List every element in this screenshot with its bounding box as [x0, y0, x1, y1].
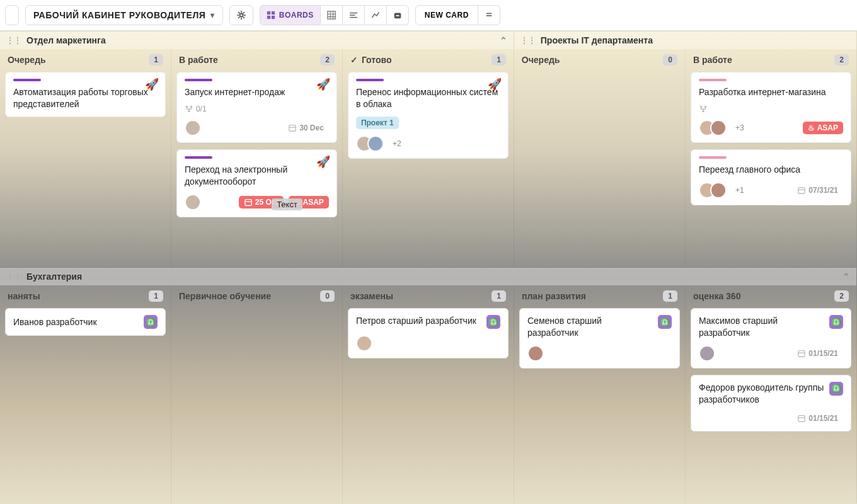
card-stripe: [699, 156, 727, 159]
branch-icon: [185, 105, 193, 113]
avatar-stack[interactable]: [699, 182, 727, 198]
card[interactable]: Иванов разработчик ♎: [5, 308, 166, 336]
card-title: Федоров руководитель группы разработчико…: [699, 382, 824, 406]
card-stripe: [185, 156, 212, 159]
lane-header[interactable]: ⋮⋮ Проекты IT департамента: [514, 32, 856, 49]
column-count: 1: [149, 54, 163, 66]
drag-handle-icon[interactable]: ⋮⋮: [521, 36, 536, 45]
rocket-icon: 🚀: [488, 77, 502, 91]
column-title: Готово: [362, 55, 392, 65]
more-avatars: +1: [735, 186, 744, 195]
column-count: 0: [320, 290, 335, 302]
view-list[interactable]: [343, 5, 365, 25]
tag[interactable]: Проект 1: [356, 117, 399, 129]
column-count: 1: [492, 290, 506, 302]
card-title: Переезд главного офиса: [699, 164, 843, 176]
avatar[interactable]: [527, 345, 544, 362]
column-count: 2: [834, 290, 849, 302]
new-card-button[interactable]: NEW CARD: [415, 5, 478, 25]
chart-icon: [371, 11, 380, 20]
svg-rect-16: [798, 350, 805, 357]
view-archive[interactable]: [387, 5, 409, 25]
lane-header[interactable]: ⋮⋮ Отдел маркетинга ⌃: [0, 32, 514, 49]
more-avatars: +3: [735, 123, 744, 132]
lane-marketing: ⋮⋮ Отдел маркетинга ⌃ Очередь 1 🚀 Автома…: [0, 32, 514, 267]
calendar-icon: [244, 198, 253, 207]
svg-rect-15: [798, 187, 805, 193]
card[interactable]: 🚀 Автоматизация работы торговых представ…: [5, 72, 166, 117]
drag-handle-icon[interactable]: ⋮⋮: [6, 36, 21, 45]
due-date: 01/15/21: [792, 347, 843, 360]
rocket-icon: 🚀: [316, 77, 330, 91]
card[interactable]: 🚀 Перенос информационных систем в облака…: [348, 72, 509, 159]
card-title: Максимов старший разработчик: [699, 315, 824, 339]
lane-header[interactable]: ⋮⋮ Бухгалтерия ⌃: [0, 268, 856, 285]
svg-point-0: [239, 14, 243, 17]
column-queue: Очередь 1 🚀 Автоматизация работы торговы…: [0, 49, 171, 267]
lane-accounting: ⋮⋮ Бухгалтерия ⌃ наняты 1 Иванов разрабо…: [0, 268, 857, 503]
column-360: оценка 360 2 Максимов старший разработчи…: [686, 285, 856, 503]
list-icon: [349, 11, 358, 20]
menu-lines-icon: [485, 10, 493, 19]
avatar[interactable]: [356, 335, 372, 352]
column-title: Очередь: [522, 55, 560, 65]
card-title: Петров старший разработчик: [356, 315, 481, 327]
card-title: Перенос информационных систем в облака: [356, 86, 500, 110]
column-done: ✓ Готово 1 🚀 Перенос информационных сист…: [343, 49, 514, 267]
view-boards[interactable]: BOARDS: [260, 5, 321, 25]
card[interactable]: Федоров руководитель группы разработчико…: [691, 375, 851, 432]
menu-button[interactable]: [5, 5, 19, 25]
rocket-icon: 🚀: [145, 77, 159, 91]
card[interactable]: Разработка интернет-магазина +3: [691, 72, 851, 143]
column-title: В работе: [693, 55, 732, 65]
scales-icon: ♎: [144, 315, 158, 329]
subtasks-indicator: [699, 105, 708, 113]
text-overlay: Текст: [272, 198, 302, 210]
svg-point-13: [705, 106, 707, 108]
column-in-progress: В работе 2 🚀 Запуск интернет-продаж 0/1: [171, 49, 343, 267]
view-table[interactable]: [321, 5, 343, 25]
avatar[interactable]: [699, 345, 715, 362]
card[interactable]: Петров старший разработчик ♎: [348, 308, 509, 358]
new-card-options[interactable]: [478, 5, 500, 25]
collapse-icon[interactable]: ⌃: [843, 272, 850, 282]
svg-rect-17: [798, 415, 805, 421]
card[interactable]: Переезд главного офиса +1 07/31/21: [691, 149, 851, 205]
scales-icon: ♎: [658, 315, 672, 329]
view-switcher: BOARDS: [260, 5, 409, 25]
column-queue: Очередь 0: [514, 49, 686, 267]
view-chart[interactable]: [365, 5, 387, 25]
drag-handle-icon[interactable]: ⋮⋮: [6, 272, 21, 281]
card[interactable]: 🚀 Запуск интернет-продаж 0/1: [176, 72, 337, 143]
avatar[interactable]: [185, 194, 201, 210]
scales-icon: ♎: [486, 315, 500, 329]
lane-title: Отдел маркетинга: [26, 35, 106, 45]
card-title: Иванов разработчик: [13, 316, 144, 328]
card-stripe: [699, 79, 727, 81]
svg-point-7: [186, 106, 188, 108]
avatar-stack[interactable]: [356, 135, 384, 152]
card[interactable]: 🚀 Переход на электронный документооборот…: [176, 149, 337, 217]
column-exams: экзамены 1 Петров старший разработчик ♎: [343, 285, 514, 503]
card[interactable]: Максимов старший разработчик ♎ 01/15/21: [691, 308, 851, 369]
card[interactable]: Семенов старший разработчик ♎: [519, 308, 680, 369]
gear-icon: [236, 10, 246, 20]
column-title: Первичное обучение: [179, 291, 271, 301]
card-stripe: [356, 79, 384, 81]
column-hired: наняты 1 Иванов разработчик ♎: [0, 285, 171, 503]
avatar-stack[interactable]: [699, 120, 727, 136]
svg-rect-4: [272, 16, 275, 19]
svg-point-14: [702, 110, 705, 113]
column-title: план развития: [522, 291, 586, 301]
svg-rect-1: [267, 11, 270, 14]
calendar-icon: [797, 414, 806, 423]
calendar-icon: [797, 186, 806, 195]
rocket-icon: 🚀: [316, 155, 330, 169]
column-count: 2: [834, 54, 849, 66]
column-dev-plan: план развития 1 Семенов старший разработ…: [514, 285, 686, 503]
collapse-icon[interactable]: ⌃: [500, 35, 507, 45]
table-icon: [327, 11, 336, 20]
workspace-dropdown[interactable]: РАБОЧИЙ КАБИНЕТ РУКОВОДИТЕЛЯ ▾: [25, 5, 223, 25]
avatar[interactable]: [185, 120, 201, 136]
settings-button[interactable]: [229, 5, 253, 25]
